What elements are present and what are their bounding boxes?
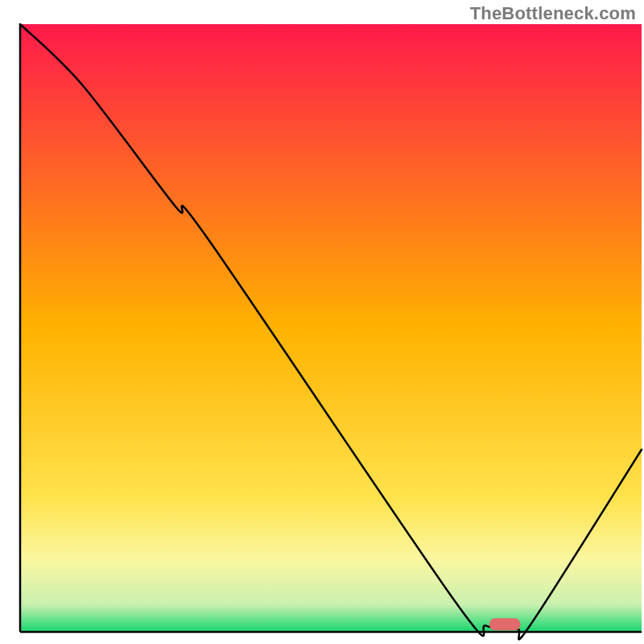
- optimal-marker: [489, 618, 521, 630]
- bottleneck-chart: [0, 0, 644, 644]
- chart-container: TheBottleneck.com: [0, 0, 644, 644]
- plot-background: [20, 24, 642, 632]
